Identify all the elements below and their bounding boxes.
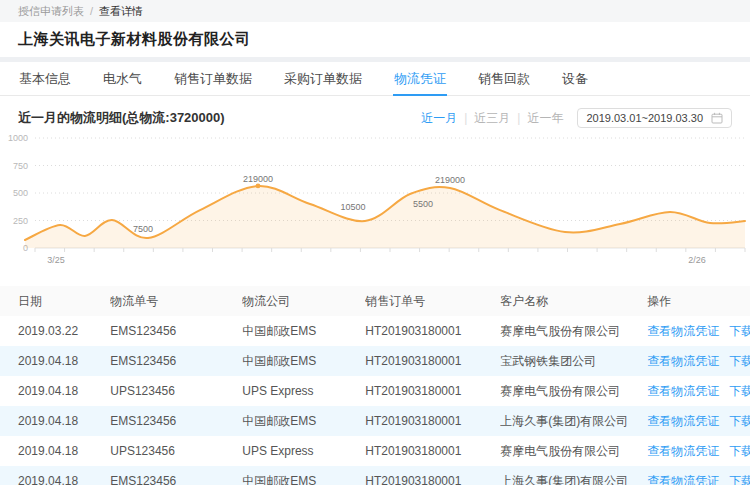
download-link[interactable]: 下载 — [729, 354, 750, 368]
view-logistics-voucher-link[interactable]: 查看物流凭证 — [647, 324, 719, 338]
cell-tracking-no: EMS123456 — [110, 346, 242, 376]
main-panel: 基本信息电水气销售订单数据采购订单数据物流凭证销售回款设备 近一月的物流明细(总… — [0, 62, 750, 485]
cell-date: 2019.04.18 — [0, 376, 110, 406]
cell-actions: 查看物流凭证下载 — [647, 466, 750, 485]
cell-tracking-no: EMS123456 — [110, 316, 242, 346]
calendar-icon — [711, 112, 723, 124]
cell-date: 2019.04.18 — [0, 406, 110, 436]
table-header-row: 日期物流单号物流公司销售订单号客户名称操作 — [0, 286, 750, 316]
cell-tracking-no: UPS123456 — [110, 436, 242, 466]
svg-text:5500: 5500 — [413, 199, 433, 209]
view-logistics-voucher-link[interactable]: 查看物流凭证 — [647, 354, 719, 368]
cell-logistics-company: 中国邮政EMS — [242, 466, 365, 485]
cell-customer-name: 上海久事(集团)有限公司 — [500, 406, 647, 436]
svg-text:250: 250 — [13, 216, 28, 226]
range-last-year[interactable]: 近一年 — [527, 110, 563, 127]
view-logistics-voucher-link[interactable]: 查看物流凭证 — [647, 444, 719, 458]
cell-tracking-no: UPS123456 — [110, 376, 242, 406]
svg-text:750: 750 — [13, 161, 28, 171]
cell-tracking-no: EMS123456 — [110, 466, 242, 485]
chart-controls: 近一月|近三月|近一年 2019.03.01~2019.03.30 — [421, 108, 732, 128]
table-row: 2019.04.18EMS123456中国邮政EMSHT201903180001… — [0, 406, 750, 436]
cell-logistics-company: UPS Express — [242, 436, 365, 466]
breadcrumb-current: 查看详情 — [99, 4, 143, 19]
column-header-logistics-company: 物流公司 — [242, 286, 365, 316]
download-link[interactable]: 下载 — [729, 384, 750, 398]
chart-section-title: 近一月的物流明细(总物流:3720000) — [18, 109, 225, 127]
range-last-quarter[interactable]: 近三月 — [474, 110, 510, 127]
cell-sales-order-no: HT201903180001 — [365, 316, 500, 346]
tab-bar: 基本信息电水气销售订单数据采购订单数据物流凭证销售回款设备 — [0, 62, 750, 96]
table-row: 2019.04.18UPS123456UPS ExpressHT20190318… — [0, 376, 750, 406]
cell-actions: 查看物流凭证下载 — [647, 436, 750, 466]
svg-text:7500: 7500 — [133, 224, 153, 234]
cell-sales-order-no: HT201903180001 — [365, 436, 500, 466]
column-header-tracking-no: 物流单号 — [110, 286, 242, 316]
svg-text:1000: 1000 — [8, 133, 28, 143]
cell-actions: 查看物流凭证下载 — [647, 346, 750, 376]
logistics-chart-svg: 025050075010003/252/26750021900010500550… — [0, 132, 750, 272]
cell-customer-name: 赛摩电气股份有限公司 — [500, 436, 647, 466]
cell-date: 2019.04.18 — [0, 466, 110, 485]
cell-sales-order-no: HT201903180001 — [365, 466, 500, 485]
table-row: 2019.03.22EMS123456中国邮政EMSHT201903180001… — [0, 316, 750, 346]
cell-customer-name: 赛摩电气股份有限公司 — [500, 316, 647, 346]
download-link[interactable]: 下载 — [729, 444, 750, 458]
chart-section-header: 近一月的物流明细(总物流:3720000) 近一月|近三月|近一年 2019.0… — [0, 96, 750, 130]
download-link[interactable]: 下载 — [729, 474, 750, 485]
breadcrumb-separator: / — [90, 5, 93, 17]
cell-date: 2019.04.18 — [0, 436, 110, 466]
view-logistics-voucher-link[interactable]: 查看物流凭证 — [647, 414, 719, 428]
svg-text:2/26: 2/26 — [688, 255, 706, 265]
page-title: 上海关讯电子新材料股份有限公司 — [18, 30, 732, 49]
view-logistics-voucher-link[interactable]: 查看物流凭证 — [647, 384, 719, 398]
column-header-customer-name: 客户名称 — [500, 286, 647, 316]
date-range-picker[interactable]: 2019.03.01~2019.03.30 — [577, 108, 732, 128]
date-range-value: 2019.03.01~2019.03.30 — [586, 112, 703, 124]
cell-date: 2019.04.18 — [0, 346, 110, 376]
svg-text:10500: 10500 — [340, 202, 365, 212]
range-last-month[interactable]: 近一月 — [421, 110, 457, 127]
svg-text:500: 500 — [13, 188, 28, 198]
tab-purchase-order-data[interactable]: 采购订单数据 — [283, 62, 363, 96]
cell-date: 2019.03.22 — [0, 316, 110, 346]
range-separator: | — [464, 111, 467, 125]
cell-logistics-company: 中国邮政EMS — [242, 346, 365, 376]
table-row: 2019.04.18EMS123456中国邮政EMSHT201903180001… — [0, 466, 750, 485]
tab-logistics-voucher[interactable]: 物流凭证 — [393, 62, 447, 96]
tab-sales-order-data[interactable]: 销售订单数据 — [173, 62, 253, 96]
table-row: 2019.04.18UPS123456UPS ExpressHT20190318… — [0, 436, 750, 466]
tab-basic-info[interactable]: 基本信息 — [18, 62, 72, 96]
breadcrumb: 授信申请列表 / 查看详情 — [0, 0, 750, 22]
tab-equipment[interactable]: 设备 — [561, 62, 589, 96]
logistics-table: 日期物流单号物流公司销售订单号客户名称操作 2019.03.22EMS12345… — [0, 286, 750, 485]
column-header-date: 日期 — [0, 286, 110, 316]
cell-sales-order-no: HT201903180001 — [365, 376, 500, 406]
svg-text:219000: 219000 — [435, 175, 465, 185]
cell-actions: 查看物流凭证下载 — [647, 316, 750, 346]
logistics-chart: 025050075010003/252/26750021900010500550… — [0, 132, 750, 272]
svg-text:219000: 219000 — [243, 174, 273, 184]
svg-text:3/25: 3/25 — [47, 255, 65, 265]
tab-sales-collection[interactable]: 销售回款 — [477, 62, 531, 96]
column-header-actions: 操作 — [647, 286, 750, 316]
cell-customer-name: 宝武钢铁集团公司 — [500, 346, 647, 376]
cell-logistics-company: 中国邮政EMS — [242, 316, 365, 346]
cell-customer-name: 上海久事(集团)有限公司 — [500, 466, 647, 485]
column-header-sales-order-no: 销售订单号 — [365, 286, 500, 316]
cell-actions: 查看物流凭证下载 — [647, 376, 750, 406]
breadcrumb-parent[interactable]: 授信申请列表 — [18, 4, 84, 19]
table-row: 2019.04.18EMS123456中国邮政EMSHT201903180001… — [0, 346, 750, 376]
download-link[interactable]: 下载 — [729, 414, 750, 428]
download-link[interactable]: 下载 — [729, 324, 750, 338]
range-separator: | — [517, 111, 520, 125]
company-title-bar: 上海关讯电子新材料股份有限公司 — [0, 22, 750, 57]
cell-tracking-no: EMS123456 — [110, 406, 242, 436]
time-range-selector: 近一月|近三月|近一年 — [421, 110, 563, 127]
cell-logistics-company: 中国邮政EMS — [242, 406, 365, 436]
cell-actions: 查看物流凭证下载 — [647, 406, 750, 436]
cell-customer-name: 赛摩电气股份有限公司 — [500, 376, 647, 406]
tab-utilities[interactable]: 电水气 — [102, 62, 143, 96]
cell-logistics-company: UPS Express — [242, 376, 365, 406]
view-logistics-voucher-link[interactable]: 查看物流凭证 — [647, 474, 719, 485]
